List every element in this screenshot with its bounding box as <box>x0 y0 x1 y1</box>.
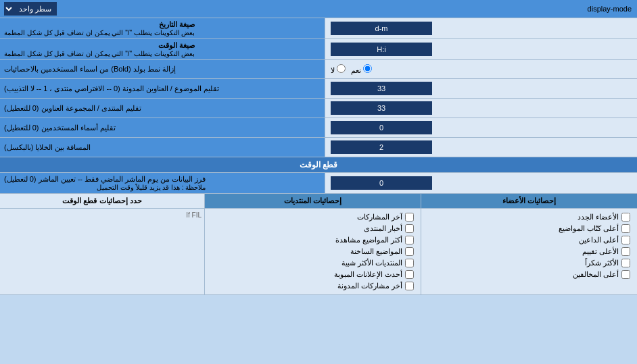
time-format-label: صيغة الوقت بعض التكوينات يتطلب "/" التي … <box>4 41 195 57</box>
date-format-input-cell <box>325 18 637 38</box>
bold-no-radio[interactable] <box>337 64 346 73</box>
topics-titles-input-cell <box>325 79 637 98</box>
realtime-filter-input[interactable] <box>331 176 432 190</box>
topics-titles-row: تقليم الموضوع / العناوين المدونة (0 -- ا… <box>0 79 637 99</box>
checkbox-top-inviters-input[interactable] <box>621 236 630 244</box>
bold-removal-label: إزالة نمط بولد (Bold) من اسماء المستخدمي… <box>4 65 176 74</box>
checkbox-top-topic-writers: أعلى كتّاب المواضيع <box>428 224 630 233</box>
checkbox-most-thanks: الأكثر شكراً <box>428 259 630 267</box>
checkbox-last-blog-posts-input[interactable] <box>405 282 414 290</box>
bottom-note: If FIL <box>3 211 202 219</box>
checkbox-new-members-input[interactable] <box>621 213 630 222</box>
checkbox-last-posts-input[interactable] <box>405 213 414 222</box>
date-format-row: صيغة التاريخ بعض التكوينات يتطلب "/" الت… <box>0 18 637 39</box>
cell-spacing-input-cell <box>325 138 637 157</box>
checkbox-most-thanks-input[interactable] <box>621 259 630 267</box>
checkbox-hot-topics-label: المواضيع الساخنة <box>350 247 402 256</box>
realtime-section-header: قطع الوقت <box>0 157 637 173</box>
checkbox-top-violators-label: أعلى المخالفين <box>573 270 619 279</box>
time-format-input-cell <box>325 39 637 59</box>
topics-titles-input[interactable] <box>331 82 432 95</box>
stats-forums-header: إحصائيات المنتديات <box>204 194 421 208</box>
forum-titles-row: تقليم المنتدى / المجموعة العناوين (0 للت… <box>0 99 637 118</box>
checkbox-latest-classified-ads: أحدث الإعلانات المبوبة <box>212 270 414 279</box>
stats-checkboxes-section: الأعضاء الجدد أعلى كتّاب المواضيع أعلى ا… <box>0 209 637 295</box>
display-select-cell: سطر واحد سطران ثلاثة أسطر <box>0 0 325 18</box>
checkbox-top-violators-input[interactable] <box>621 270 630 279</box>
checkbox-hot-topics-input[interactable] <box>405 247 414 256</box>
time-format-row: صيغة الوقت بعض التكوينات يتطلب "/" التي … <box>0 39 637 60</box>
checkbox-top-topic-writers-label: أعلى كتّاب المواضيع <box>559 224 619 233</box>
bold-yes-radio[interactable] <box>363 64 372 73</box>
checkbox-new-members: الأعضاء الجدد <box>428 213 630 222</box>
bold-yes-label: نعم <box>351 64 372 75</box>
realtime-filter-label-cell: فرز البيانات من يوم الماشر الماضي فقط --… <box>0 173 325 193</box>
display-row: display-mode سطر واحد سطران ثلاثة أسطر <box>0 0 637 18</box>
checkbox-top-inviters: أعلى الداعين <box>428 236 630 244</box>
checkbox-most-similar-forums: المنتديات الأكثر شبية <box>212 259 414 267</box>
checkbox-new-members-label: الأعضاء الجدد <box>577 213 619 222</box>
usernames-input[interactable] <box>331 121 432 134</box>
checkbox-forum-news: أخبار المنتدى <box>212 224 414 233</box>
bold-removal-label-cell: إزالة نمط بولد (Bold) من اسماء المستخدمي… <box>0 60 325 78</box>
stats-forums-col: آخر المشاركات أخبار المنتدى أكثر المواضي… <box>204 209 421 294</box>
date-format-label-cell: صيغة التاريخ بعض التكوينات يتطلب "/" الت… <box>0 18 325 38</box>
date-format-sublabel: بعض التكوينات يتطلب "/" التي يمكن ان تضا… <box>4 29 195 36</box>
cell-spacing-input[interactable] <box>331 140 432 154</box>
main-container: display-mode سطر واحد سطران ثلاثة أسطر ص… <box>0 0 637 295</box>
checkbox-top-rated-input[interactable] <box>621 247 630 256</box>
bold-radio-group: نعم لا <box>331 64 372 75</box>
time-format-input[interactable] <box>331 43 432 56</box>
date-format-label: صيغة التاريخ بعض التكوينات يتطلب "/" الت… <box>4 20 195 36</box>
bold-no-label: لا <box>331 64 346 75</box>
cell-spacing-label: المسافة بين الخلايا (بالبكسل) <box>4 143 91 152</box>
checkbox-latest-classified-ads-input[interactable] <box>405 270 414 279</box>
stats-members-header: إحصائيات الأعضاء <box>421 194 637 208</box>
forum-titles-label-cell: تقليم المنتدى / المجموعة العناوين (0 للت… <box>0 99 325 118</box>
checkbox-top-topic-writers-input[interactable] <box>621 224 630 233</box>
checkbox-most-viewed-label: أكثر المواضيع مشاهدة <box>335 236 402 244</box>
topics-titles-label-cell: تقليم الموضوع / العناوين المدونة (0 -- ا… <box>0 79 325 98</box>
realtime-filter-label: فرز البيانات من يوم الماشر الماضي فقط --… <box>4 175 206 191</box>
realtime-filter-input-cell <box>325 173 637 193</box>
checkbox-most-viewed-input[interactable] <box>405 236 414 244</box>
usernames-row: تقليم أسماء المستخدمين (0 للتعطيل) <box>0 118 637 138</box>
date-format-input[interactable] <box>331 22 432 35</box>
forum-titles-input[interactable] <box>331 101 432 115</box>
cell-spacing-row: المسافة بين الخلايا (بالبكسل) <box>0 138 637 157</box>
topics-titles-label: تقليم الموضوع / العناوين المدونة (0 -- ا… <box>4 84 219 93</box>
checkbox-forum-news-label: أخبار المنتدى <box>364 224 402 233</box>
realtime-filter-note: ملاحظة : هذا قد يزيد قليلاً وقت التحميل <box>4 184 206 191</box>
checkbox-last-posts: آخر المشاركات <box>212 213 414 222</box>
realtime-filter-row: فرز البيانات من يوم الماشر الماضي فقط --… <box>0 173 637 194</box>
checkbox-most-similar-forums-input[interactable] <box>405 259 414 267</box>
checkbox-most-similar-forums-label: المنتديات الأكثر شبية <box>341 259 402 267</box>
stats-apply-header: حدد إحصائيات قطع الوقت <box>0 194 204 208</box>
checkbox-most-viewed: أكثر المواضيع مشاهدة <box>212 236 414 244</box>
usernames-label-cell: تقليم أسماء المستخدمين (0 للتعطيل) <box>0 118 325 137</box>
checkbox-last-posts-label: آخر المشاركات <box>357 213 402 222</box>
checkbox-latest-classified-ads-label: أحدث الإعلانات المبوبة <box>334 270 402 279</box>
date-format-title: صيغة التاريخ <box>4 20 195 29</box>
display-label: display-mode <box>325 3 637 15</box>
stats-apply-col: If FIL <box>0 209 204 294</box>
checkbox-forum-news-input[interactable] <box>405 224 414 233</box>
checkbox-top-rated: الأعلى تقييم <box>428 247 630 256</box>
forum-titles-input-cell <box>325 99 637 118</box>
display-mode-select[interactable]: سطر واحد سطران ثلاثة أسطر <box>4 2 57 16</box>
bold-removal-input-cell: نعم لا <box>325 60 637 78</box>
stats-header-row: إحصائيات الأعضاء إحصائيات المنتديات حدد … <box>0 194 637 209</box>
realtime-filter-title: فرز البيانات من يوم الماشر الماضي فقط --… <box>4 175 206 184</box>
checkbox-last-blog-posts-label: أخر مشاركات المدونة <box>337 282 402 290</box>
time-format-sublabel: بعض التكوينات يتطلب "/" التي يمكن ان تضا… <box>4 50 195 57</box>
checkbox-top-inviters-label: أعلى الداعين <box>579 236 619 244</box>
checkbox-top-rated-label: الأعلى تقييم <box>582 247 619 256</box>
forum-titles-label: تقليم المنتدى / المجموعة العناوين (0 للت… <box>4 104 141 113</box>
checkbox-top-violators: أعلى المخالفين <box>428 270 630 279</box>
checkbox-last-blog-posts: أخر مشاركات المدونة <box>212 282 414 290</box>
checkbox-most-thanks-label: الأكثر شكراً <box>585 259 619 267</box>
checkbox-hot-topics: المواضيع الساخنة <box>212 247 414 256</box>
realtime-title: قطع الوقت <box>0 157 637 172</box>
usernames-label: تقليم أسماء المستخدمين (0 للتعطيل) <box>4 124 116 132</box>
bold-removal-row: نعم لا إزالة نمط بولد (Bold) من اسماء ال… <box>0 60 637 79</box>
